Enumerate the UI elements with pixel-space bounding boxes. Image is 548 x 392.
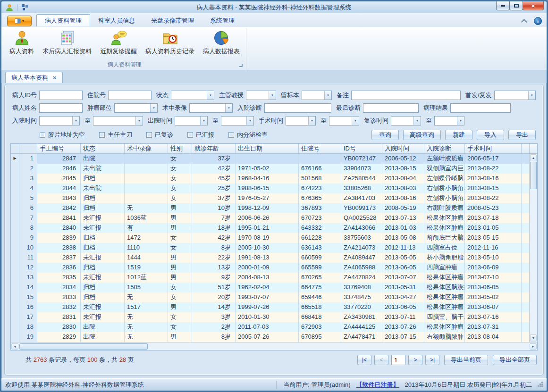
grid-cell[interactable]: 2013-07-13 <box>382 213 424 223</box>
row-number-cell[interactable]: 9 <box>19 233 37 243</box>
grid-cell[interactable]: 2013-05-02 <box>465 292 522 302</box>
action-button[interactable]: 高级查询 <box>403 130 441 140</box>
filter-dropdown[interactable]: ▼ <box>391 116 421 125</box>
grid-cell[interactable]: 未汇报 <box>81 312 125 322</box>
grid-cell[interactable]: 501568 <box>299 174 341 183</box>
grid-cell[interactable]: 643332 <box>299 223 341 233</box>
column-header[interactable]: 术中录像 <box>125 144 168 153</box>
grid-cell[interactable]: 2013-06-07 <box>465 302 522 312</box>
filter-input[interactable] <box>39 103 83 113</box>
grid-cell[interactable]: 2006-05-17 <box>465 154 522 164</box>
quick-access-icon[interactable] <box>21 4 28 11</box>
grid-cell[interactable]: QA0025528 <box>341 213 382 223</box>
grid-cell[interactable]: 2011-07-03 <box>236 322 299 332</box>
filter-dropdown[interactable]: ▼ <box>93 116 143 125</box>
row-indicator-cell[interactable] <box>11 193 19 203</box>
grid-cell[interactable]: 右颞叶胶质瘤 <box>424 203 465 213</box>
grid-cell[interactable]: 2013-07-26 <box>382 322 424 332</box>
table-row[interactable]: 172831未汇报无女3岁2010-01-30668418ZA343098120… <box>11 312 529 322</box>
grid-cell[interactable]: 1517 <box>125 302 168 312</box>
grid-cell[interactable]: 松果体区肿瘤 <box>424 302 465 312</box>
grid-cell[interactable]: 670723 <box>299 213 341 223</box>
filter-input[interactable] <box>264 103 331 113</box>
table-row[interactable]: 162832未汇报1517男14岁1999-07-266655183377022… <box>11 302 529 312</box>
row-indicator-cell[interactable] <box>11 213 19 223</box>
grid-cell[interactable]: 2844 <box>37 183 81 193</box>
document-tab[interactable]: 病人基本资料 × <box>5 72 63 83</box>
grid-cell[interactable]: 45岁 <box>192 174 236 183</box>
grid-cell[interactable]: 2013-06-05 <box>382 263 424 273</box>
grid-cell[interactable]: 2838 <box>37 243 81 253</box>
grid-cell[interactable]: 左侧桥小脑角... <box>424 193 465 203</box>
grid-cell[interactable]: 1444 <box>125 253 168 263</box>
scroll-right-icon[interactable]: ► <box>530 343 537 350</box>
grid-cell[interactable] <box>125 154 168 164</box>
grid-cell[interactable]: 男 <box>168 223 192 233</box>
vertical-scroll-thumb[interactable] <box>530 162 537 189</box>
column-header[interactable]: 住院号 <box>299 144 341 153</box>
row-indicator-cell[interactable] <box>11 243 19 253</box>
grid-cell[interactable]: YB0099173 <box>341 203 382 213</box>
grid-cell[interactable]: 左侧蝶骨嵴脑... <box>424 174 465 183</box>
dropdown-arrow-icon[interactable]: ▼ <box>457 117 464 125</box>
grid-cell[interactable]: 1998-12-09 <box>236 203 299 213</box>
action-button[interactable]: 查询 <box>371 130 399 140</box>
grid-cell[interactable]: 1971-05-02 <box>236 164 299 174</box>
grid-cell[interactable]: 女 <box>168 233 192 243</box>
grid-cell[interactable]: 13岁 <box>192 263 236 273</box>
grid-cell[interactable]: 1991-08-13 <box>236 253 299 263</box>
column-header[interactable]: 手术时间 <box>465 144 522 153</box>
grid-cell[interactable]: 1976-05-27 <box>236 193 299 203</box>
grid-cell[interactable]: 2013-05-31 <box>382 283 424 292</box>
row-number-cell[interactable]: 12 <box>19 263 37 273</box>
row-number-cell[interactable]: 2 <box>19 164 37 174</box>
table-row[interactable]: 72841未汇报1036蓝男7岁2006-06-26670723QA002552… <box>11 213 529 223</box>
row-number-cell[interactable]: 15 <box>19 292 37 302</box>
grid-cell[interactable]: 670895 <box>299 332 341 342</box>
tab-close-icon[interactable]: × <box>53 75 57 81</box>
grid-cell[interactable]: 42岁 <box>192 233 236 243</box>
grid-cell[interactable]: 1995-01-21 <box>236 223 299 233</box>
grid-cell[interactable]: 3岁 <box>192 312 236 322</box>
grid-cell[interactable]: 松果体区肿瘤 <box>424 322 465 332</box>
filter-dropdown[interactable]: ▼ <box>302 91 332 100</box>
dropdown-arrow-icon[interactable]: ▼ <box>135 117 143 125</box>
resize-grip[interactable] <box>541 382 543 383</box>
grid-cell[interactable] <box>125 193 168 203</box>
dialog-launcher-icon[interactable] <box>239 64 243 67</box>
filter-dropdown[interactable]: ▼ <box>221 116 254 125</box>
postop-report-button[interactable]: 术后病人汇报资料 <box>38 28 96 61</box>
column-header[interactable]: ID号 <box>341 144 382 153</box>
grid-cell[interactable]: 前颅底巨大脑... <box>424 233 465 243</box>
grid-cell[interactable]: 归档 <box>81 292 125 302</box>
grid-cell[interactable]: 636143 <box>299 243 341 253</box>
filter-dropdown[interactable]: ▼ <box>434 116 464 125</box>
grid-cell[interactable]: 1012蓝 <box>125 273 168 283</box>
grid-cell[interactable]: ZA4478471 <box>341 332 382 342</box>
grid-cell[interactable]: ZA2580544 <box>341 174 382 183</box>
patient-history-button[interactable]: 病人资料历史记录 <box>141 28 199 61</box>
grid-cell[interactable]: 2013-07-31 <box>465 322 522 332</box>
filter-checkbox[interactable]: 已汇报 <box>187 131 214 139</box>
revisit-reminder-button[interactable]: 近期复诊提醒 <box>96 28 141 61</box>
grid-cell[interactable]: 右侧桥小脑角... <box>424 183 465 193</box>
grid-cell[interactable] <box>236 154 299 164</box>
grid-cell[interactable]: 归档 <box>81 233 125 243</box>
dropdown-arrow-icon[interactable]: ▼ <box>150 104 157 112</box>
grid-cell[interactable]: 归档 <box>81 263 125 273</box>
column-header[interactable]: 性别 <box>168 144 192 153</box>
grid-cell[interactable]: ZA4143066 <box>341 223 382 233</box>
next-page-button[interactable]: > <box>408 355 422 365</box>
minimize-button[interactable] <box>496 1 510 10</box>
vertical-scrollbar[interactable]: ▲ ▼ <box>529 144 537 342</box>
grid-cell[interactable]: 2013-08-16 <box>465 174 522 183</box>
grid-cell[interactable]: 33904073 <box>341 164 382 174</box>
filter-input[interactable] <box>39 91 83 100</box>
grid-cell[interactable]: 25岁 <box>192 183 236 193</box>
row-number-cell[interactable]: 6 <box>19 203 37 213</box>
column-header[interactable]: 状态 <box>81 144 125 153</box>
grid-cell[interactable]: 14岁 <box>192 302 236 312</box>
grid-cell[interactable]: 33755603 <box>341 233 382 243</box>
grid-cell[interactable]: 2833 <box>37 292 81 302</box>
row-number-cell[interactable]: 7 <box>19 213 37 223</box>
